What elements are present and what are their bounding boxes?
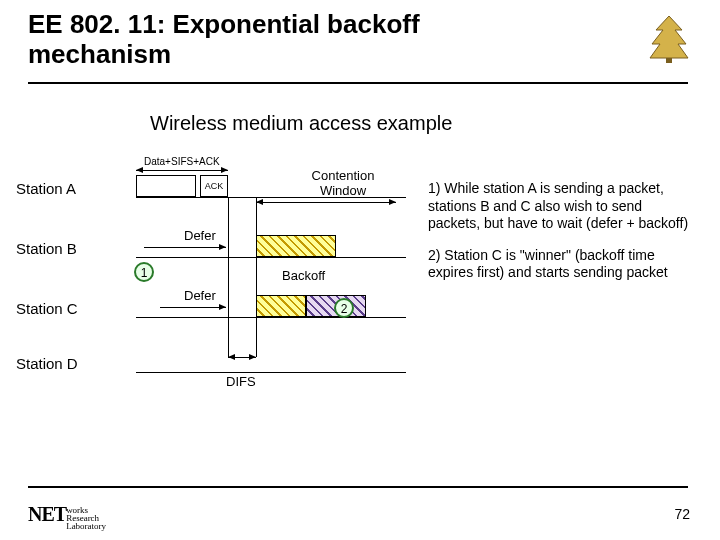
arrow-difs — [228, 357, 256, 358]
marker-2: 2 — [334, 298, 354, 318]
box-backoff-b — [256, 235, 336, 257]
label-station-b: Station B — [16, 240, 77, 257]
arrow-contention-window — [256, 202, 396, 203]
label-data-sifs-ack: Data+SIFS+ACK — [144, 156, 220, 167]
logo-sub: worksResearchLaboratory — [66, 506, 106, 530]
label-station-d: Station D — [16, 355, 78, 372]
label-backoff: Backoff — [282, 268, 325, 283]
box-backoff-c — [256, 295, 306, 317]
label-station-c: Station C — [16, 300, 78, 317]
note-2: 2) Station C is "winner" (backoff time e… — [428, 247, 696, 282]
arrow-defer-b — [144, 247, 226, 248]
axis-c — [136, 317, 406, 318]
note-1: 1) While station A is sending a packet, … — [428, 180, 696, 233]
label-defer-c: Defer — [184, 288, 216, 303]
timing-diagram: Station A Station B Station C Station D … — [16, 150, 416, 390]
subtitle: Wireless medium access example — [150, 112, 452, 135]
guide-end-ack — [228, 197, 229, 357]
marker-1: 1 — [134, 262, 154, 282]
arrow-defer-c — [160, 307, 226, 308]
label-defer-b: Defer — [184, 228, 216, 243]
label-contention-window: Contention Window — [298, 168, 388, 198]
tree-icon — [648, 14, 690, 64]
axis-d — [136, 372, 406, 373]
guide-difs-end — [256, 197, 257, 357]
label-station-a: Station A — [16, 180, 76, 197]
axis-b — [136, 257, 406, 258]
lab-logo: NETworksResearchLaboratory — [28, 503, 106, 530]
arrow-data-sifs-ack — [136, 170, 228, 171]
footer-rule — [28, 486, 688, 488]
title-rule — [28, 82, 688, 84]
label-difs: DIFS — [226, 374, 256, 389]
notes-list: 1) While station A is sending a packet, … — [428, 180, 696, 296]
box-data — [136, 175, 196, 197]
svg-rect-0 — [666, 58, 672, 63]
logo-net: NET — [28, 503, 66, 525]
page-number: 72 — [674, 506, 690, 522]
box-ack: ACK — [200, 175, 228, 197]
slide-title: EE 802. 11: Exponential backoff mechanis… — [0, 0, 530, 72]
